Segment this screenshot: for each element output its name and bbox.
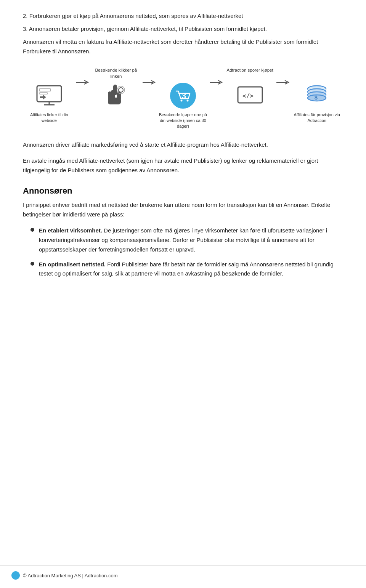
cart-circle: 3 <box>170 83 196 109</box>
diagram-step-3: 3 Besøkende kjøper noe på din webside (i… <box>157 67 209 130</box>
step5-icon: $ <box>302 82 332 109</box>
svg-rect-0 <box>37 86 61 102</box>
paragraph-1: Annonsøren vil motta en faktura fra Affi… <box>23 37 343 56</box>
svg-text:</>: </> <box>242 92 254 99</box>
section-intro: I prinsippet enhver bedrift med et netts… <box>23 200 343 219</box>
step3-bottom-label: Besøkende kjøper noe på din webside (inn… <box>157 112 209 130</box>
arrow-3 <box>209 79 224 85</box>
step1-icon <box>34 82 64 109</box>
bullet-item-2: En optimalisert nettsted. Fordi Publisis… <box>30 260 343 279</box>
arrow-1 <box>75 79 90 85</box>
footer-logo: © Adtraction Marketing AS | Adtraction.c… <box>11 571 118 580</box>
step4-icon: </> <box>235 82 265 109</box>
svg-text:$: $ <box>315 95 318 101</box>
diagram-step-5: $ Affiliates får provisjon via Adtractio… <box>291 67 343 129</box>
affiliate-diagram: Affiliates linker til din webside Besøke… <box>23 67 343 130</box>
step4-top-label: Adtraction sporer kjøpet <box>227 67 273 79</box>
bullet-text-2: En optimalisert nettsted. Fordi Publisis… <box>39 260 343 279</box>
svg-point-11 <box>119 88 123 92</box>
bullet-text-1: En etablert virksomhet. De justeringer s… <box>39 226 343 254</box>
diagram-step-4: Adtraction sporer kjøpet </> <box>224 67 276 129</box>
footer: © Adtraction Marketing AS | Adtraction.c… <box>0 566 366 580</box>
arrow-2 <box>142 79 157 85</box>
step5-bottom-label: Affiliates får provisjon via Adtraction <box>291 112 343 129</box>
point-3: 3. Annonsøren betaler provisjon, gjennom… <box>23 24 343 34</box>
bullet-item-1: En etablert virksomhet. De justeringer s… <box>30 226 343 254</box>
svg-point-16 <box>187 99 189 101</box>
footer-circle-icon <box>11 571 20 580</box>
section-heading: Annonsøren <box>23 186 343 196</box>
svg-point-15 <box>181 99 183 101</box>
point-2: 2. Forbrukeren gjør et kjøp på Annonsøre… <box>23 11 343 21</box>
arrow-4 <box>276 79 291 85</box>
diagram-step-1: Affiliates linker til din webside <box>23 67 75 129</box>
step2-top-label: Besøkende klikker på linken <box>90 67 143 79</box>
bullet-title-1: En etablert virksomhet. <box>39 227 102 234</box>
svg-rect-10 <box>108 98 121 104</box>
bullet-dot-2 <box>30 262 34 266</box>
bullet-title-2: En optimalisert nettsted. <box>39 261 106 268</box>
step2-icon <box>101 82 131 109</box>
step1-bottom-label: Affiliates linker til din webside <box>23 112 75 129</box>
paragraph-2: Annonsøren driver affiliate markedsførin… <box>23 140 343 150</box>
step3-icon: 3 <box>168 82 198 109</box>
diagram-step-2: Besøkende klikker på linken <box>90 67 143 129</box>
footer-text: © Adtraction Marketing AS | Adtraction.c… <box>23 573 118 578</box>
paragraph-3: En avtale inngås med Affiliate-nettverke… <box>23 156 343 175</box>
bullet-dot-1 <box>30 228 34 232</box>
